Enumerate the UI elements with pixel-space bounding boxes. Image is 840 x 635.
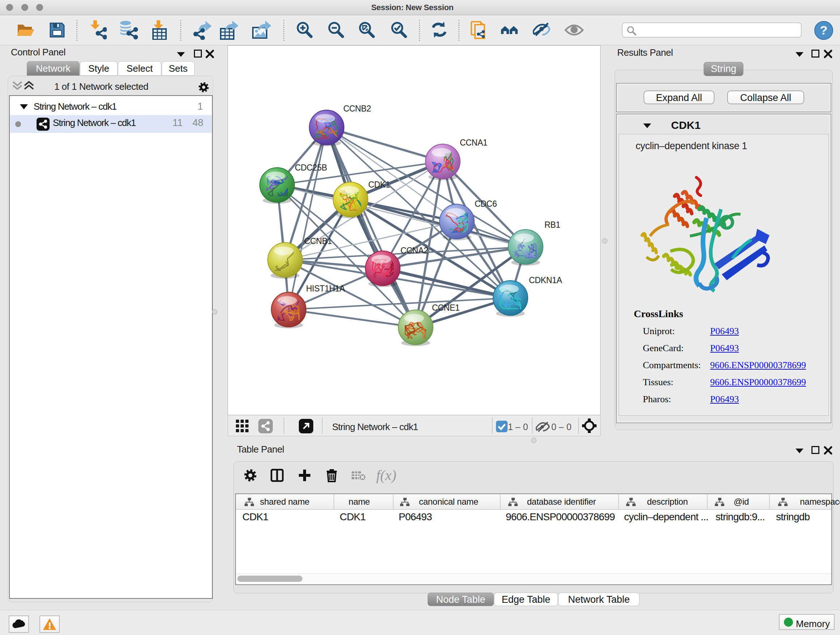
svg-text:CDK1: CDK1 <box>368 180 390 189</box>
svg-text:HIST1H1A: HIST1H1A <box>306 284 345 293</box>
svg-text:CDKN1A: CDKN1A <box>529 276 562 285</box>
svg-text:CCNB2: CCNB2 <box>343 104 371 113</box>
svg-text:?: ? <box>820 23 828 37</box>
svg-text:CDC25B: CDC25B <box>295 163 327 172</box>
svg-text:RB1: RB1 <box>545 220 561 230</box>
svg-text:CCNE1: CCNE1 <box>432 303 459 312</box>
svg-text:CCNA2: CCNA2 <box>401 246 428 255</box>
svg-text:CDC6: CDC6 <box>475 199 497 209</box>
svg-text:CCNB1: CCNB1 <box>304 236 332 246</box>
svg-text:CCNA1: CCNA1 <box>460 138 487 147</box>
